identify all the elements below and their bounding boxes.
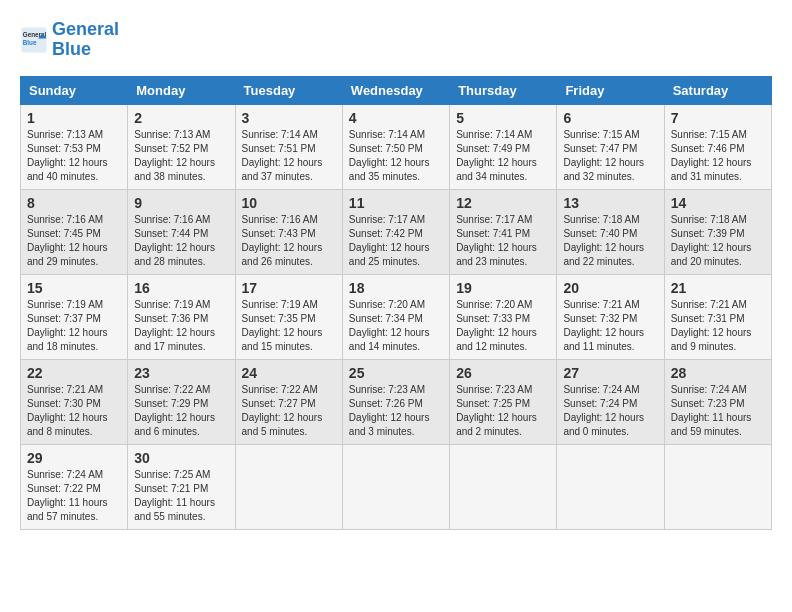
day-info: Sunrise: 7:16 AM Sunset: 7:43 PM Dayligh… <box>242 213 336 269</box>
day-info: Sunrise: 7:14 AM Sunset: 7:49 PM Dayligh… <box>456 128 550 184</box>
day-info: Sunrise: 7:22 AM Sunset: 7:29 PM Dayligh… <box>134 383 228 439</box>
day-number: 2 <box>134 110 228 126</box>
calendar-cell: 2Sunrise: 7:13 AM Sunset: 7:52 PM Daylig… <box>128 104 235 189</box>
calendar-cell: 11Sunrise: 7:17 AM Sunset: 7:42 PM Dayli… <box>342 189 449 274</box>
day-number: 6 <box>563 110 657 126</box>
day-info: Sunrise: 7:19 AM Sunset: 7:36 PM Dayligh… <box>134 298 228 354</box>
logo-text: GeneralBlue <box>52 20 119 60</box>
day-info: Sunrise: 7:22 AM Sunset: 7:27 PM Dayligh… <box>242 383 336 439</box>
day-number: 23 <box>134 365 228 381</box>
calendar-cell: 15Sunrise: 7:19 AM Sunset: 7:37 PM Dayli… <box>21 274 128 359</box>
calendar-cell <box>557 444 664 529</box>
day-number: 12 <box>456 195 550 211</box>
day-number: 26 <box>456 365 550 381</box>
weekday-header-monday: Monday <box>128 76 235 104</box>
calendar-cell: 12Sunrise: 7:17 AM Sunset: 7:41 PM Dayli… <box>450 189 557 274</box>
day-info: Sunrise: 7:25 AM Sunset: 7:21 PM Dayligh… <box>134 468 228 524</box>
weekday-header-wednesday: Wednesday <box>342 76 449 104</box>
calendar-week-2: 8Sunrise: 7:16 AM Sunset: 7:45 PM Daylig… <box>21 189 772 274</box>
day-number: 7 <box>671 110 765 126</box>
day-info: Sunrise: 7:18 AM Sunset: 7:40 PM Dayligh… <box>563 213 657 269</box>
calendar-cell: 25Sunrise: 7:23 AM Sunset: 7:26 PM Dayli… <box>342 359 449 444</box>
day-info: Sunrise: 7:24 AM Sunset: 7:22 PM Dayligh… <box>27 468 121 524</box>
day-number: 14 <box>671 195 765 211</box>
day-info: Sunrise: 7:18 AM Sunset: 7:39 PM Dayligh… <box>671 213 765 269</box>
day-number: 24 <box>242 365 336 381</box>
day-info: Sunrise: 7:13 AM Sunset: 7:52 PM Dayligh… <box>134 128 228 184</box>
calendar-cell: 7Sunrise: 7:15 AM Sunset: 7:46 PM Daylig… <box>664 104 771 189</box>
calendar-cell: 6Sunrise: 7:15 AM Sunset: 7:47 PM Daylig… <box>557 104 664 189</box>
calendar-cell: 18Sunrise: 7:20 AM Sunset: 7:34 PM Dayli… <box>342 274 449 359</box>
weekday-header-sunday: Sunday <box>21 76 128 104</box>
day-number: 4 <box>349 110 443 126</box>
calendar-table: SundayMondayTuesdayWednesdayThursdayFrid… <box>20 76 772 530</box>
day-number: 30 <box>134 450 228 466</box>
calendar-week-5: 29Sunrise: 7:24 AM Sunset: 7:22 PM Dayli… <box>21 444 772 529</box>
weekday-header-friday: Friday <box>557 76 664 104</box>
day-info: Sunrise: 7:19 AM Sunset: 7:35 PM Dayligh… <box>242 298 336 354</box>
day-info: Sunrise: 7:16 AM Sunset: 7:45 PM Dayligh… <box>27 213 121 269</box>
day-info: Sunrise: 7:14 AM Sunset: 7:51 PM Dayligh… <box>242 128 336 184</box>
day-number: 29 <box>27 450 121 466</box>
day-info: Sunrise: 7:16 AM Sunset: 7:44 PM Dayligh… <box>134 213 228 269</box>
day-info: Sunrise: 7:15 AM Sunset: 7:46 PM Dayligh… <box>671 128 765 184</box>
calendar-cell <box>664 444 771 529</box>
calendar-cell: 28Sunrise: 7:24 AM Sunset: 7:23 PM Dayli… <box>664 359 771 444</box>
weekday-header-thursday: Thursday <box>450 76 557 104</box>
calendar-week-1: 1Sunrise: 7:13 AM Sunset: 7:53 PM Daylig… <box>21 104 772 189</box>
weekday-header-tuesday: Tuesday <box>235 76 342 104</box>
calendar-cell: 19Sunrise: 7:20 AM Sunset: 7:33 PM Dayli… <box>450 274 557 359</box>
day-info: Sunrise: 7:21 AM Sunset: 7:30 PM Dayligh… <box>27 383 121 439</box>
calendar-cell: 20Sunrise: 7:21 AM Sunset: 7:32 PM Dayli… <box>557 274 664 359</box>
day-info: Sunrise: 7:19 AM Sunset: 7:37 PM Dayligh… <box>27 298 121 354</box>
day-info: Sunrise: 7:21 AM Sunset: 7:32 PM Dayligh… <box>563 298 657 354</box>
day-info: Sunrise: 7:15 AM Sunset: 7:47 PM Dayligh… <box>563 128 657 184</box>
day-info: Sunrise: 7:24 AM Sunset: 7:24 PM Dayligh… <box>563 383 657 439</box>
day-number: 3 <box>242 110 336 126</box>
day-info: Sunrise: 7:23 AM Sunset: 7:26 PM Dayligh… <box>349 383 443 439</box>
day-number: 10 <box>242 195 336 211</box>
day-number: 9 <box>134 195 228 211</box>
day-number: 19 <box>456 280 550 296</box>
calendar-cell: 21Sunrise: 7:21 AM Sunset: 7:31 PM Dayli… <box>664 274 771 359</box>
day-info: Sunrise: 7:24 AM Sunset: 7:23 PM Dayligh… <box>671 383 765 439</box>
calendar-cell: 27Sunrise: 7:24 AM Sunset: 7:24 PM Dayli… <box>557 359 664 444</box>
day-number: 8 <box>27 195 121 211</box>
logo: General Blue GeneralBlue <box>20 20 119 60</box>
logo-icon: General Blue <box>20 26 48 54</box>
day-number: 20 <box>563 280 657 296</box>
calendar-cell <box>342 444 449 529</box>
calendar-cell: 24Sunrise: 7:22 AM Sunset: 7:27 PM Dayli… <box>235 359 342 444</box>
calendar-cell: 29Sunrise: 7:24 AM Sunset: 7:22 PM Dayli… <box>21 444 128 529</box>
calendar-week-4: 22Sunrise: 7:21 AM Sunset: 7:30 PM Dayli… <box>21 359 772 444</box>
svg-text:Blue: Blue <box>23 39 37 46</box>
day-info: Sunrise: 7:21 AM Sunset: 7:31 PM Dayligh… <box>671 298 765 354</box>
day-info: Sunrise: 7:17 AM Sunset: 7:41 PM Dayligh… <box>456 213 550 269</box>
weekday-header-row: SundayMondayTuesdayWednesdayThursdayFrid… <box>21 76 772 104</box>
day-number: 27 <box>563 365 657 381</box>
day-number: 28 <box>671 365 765 381</box>
day-info: Sunrise: 7:14 AM Sunset: 7:50 PM Dayligh… <box>349 128 443 184</box>
calendar-cell: 16Sunrise: 7:19 AM Sunset: 7:36 PM Dayli… <box>128 274 235 359</box>
day-number: 5 <box>456 110 550 126</box>
day-number: 11 <box>349 195 443 211</box>
calendar-cell: 9Sunrise: 7:16 AM Sunset: 7:44 PM Daylig… <box>128 189 235 274</box>
calendar-cell: 22Sunrise: 7:21 AM Sunset: 7:30 PM Dayli… <box>21 359 128 444</box>
day-number: 16 <box>134 280 228 296</box>
calendar-cell: 14Sunrise: 7:18 AM Sunset: 7:39 PM Dayli… <box>664 189 771 274</box>
day-number: 1 <box>27 110 121 126</box>
calendar-cell: 3Sunrise: 7:14 AM Sunset: 7:51 PM Daylig… <box>235 104 342 189</box>
day-number: 21 <box>671 280 765 296</box>
calendar-cell: 1Sunrise: 7:13 AM Sunset: 7:53 PM Daylig… <box>21 104 128 189</box>
calendar-cell: 13Sunrise: 7:18 AM Sunset: 7:40 PM Dayli… <box>557 189 664 274</box>
calendar-cell: 5Sunrise: 7:14 AM Sunset: 7:49 PM Daylig… <box>450 104 557 189</box>
calendar-cell: 23Sunrise: 7:22 AM Sunset: 7:29 PM Dayli… <box>128 359 235 444</box>
day-info: Sunrise: 7:13 AM Sunset: 7:53 PM Dayligh… <box>27 128 121 184</box>
day-info: Sunrise: 7:20 AM Sunset: 7:33 PM Dayligh… <box>456 298 550 354</box>
calendar-cell <box>235 444 342 529</box>
day-number: 13 <box>563 195 657 211</box>
weekday-header-saturday: Saturday <box>664 76 771 104</box>
calendar-cell: 26Sunrise: 7:23 AM Sunset: 7:25 PM Dayli… <box>450 359 557 444</box>
day-number: 17 <box>242 280 336 296</box>
calendar-cell: 10Sunrise: 7:16 AM Sunset: 7:43 PM Dayli… <box>235 189 342 274</box>
